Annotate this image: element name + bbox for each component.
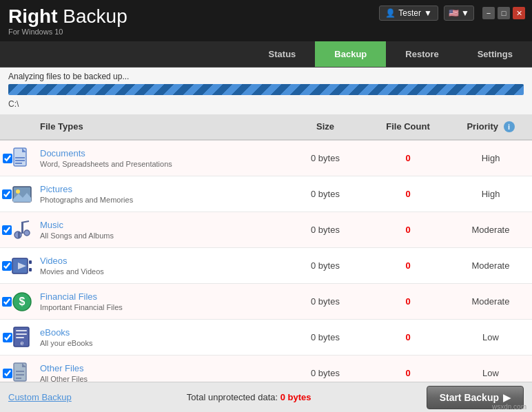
music-desc: All Songs and Albums <box>40 231 278 240</box>
ebooks-checkbox[interactable] <box>3 333 12 342</box>
other-priority: Low <box>449 365 532 381</box>
svg-rect-15 <box>29 268 32 271</box>
app-subtitle: For Windows 10 <box>8 28 127 36</box>
status-bar: Analyzing files to be backed up... C:\ <box>0 68 532 114</box>
checkbox-area <box>2 225 12 235</box>
documents-desc: Word, Spreadsheets and Presentations <box>40 160 278 168</box>
documents-priority: High <box>449 150 532 166</box>
svg-rect-3 <box>15 163 22 164</box>
svg-rect-21 <box>16 337 24 338</box>
table-row: Videos Movies and Videos 0 bytes 0 Moder… <box>0 248 532 284</box>
pictures-desc: Photographs and Memories <box>40 196 278 204</box>
financial-size: 0 bytes <box>284 293 367 309</box>
videos-priority: Moderate <box>449 258 532 274</box>
user-badge[interactable]: 👤 Tester ▼ <box>379 6 438 21</box>
checkbox-area <box>2 297 12 307</box>
window-controls: − □ ✕ <box>482 7 525 19</box>
financial-icon: $ <box>12 291 32 313</box>
music-checkbox[interactable] <box>2 225 12 235</box>
maximize-button[interactable]: □ <box>498 7 510 19</box>
ebooks-count: 0 <box>367 329 449 345</box>
analyzing-text: Analyzing files to be backed up... <box>8 72 524 81</box>
main-content: Analyzing files to be backed up... C:\ F… <box>0 68 532 412</box>
svg-rect-9 <box>21 223 23 234</box>
other-link[interactable]: Other Files <box>40 363 84 373</box>
svg-point-8 <box>24 230 30 236</box>
total-label: Total unprotected data: 0 bytes <box>187 392 311 402</box>
app-logo: Right Backup For Windows 10 <box>8 6 127 36</box>
financial-link[interactable]: Financial Files <box>40 291 97 302</box>
other-desc: All Other Files <box>40 375 278 382</box>
bottom-bar: Custom Backup Total unprotected data: 0 … <box>0 382 532 412</box>
documents-link[interactable]: Documents <box>40 148 85 158</box>
documents-info: Documents Word, Spreadsheets and Present… <box>34 144 284 172</box>
ebooks-priority: Low <box>449 329 532 345</box>
svg-rect-26 <box>16 378 21 379</box>
other-size: 0 bytes <box>284 365 367 381</box>
table-row: Music All Songs and Albums 0 bytes 0 Mod… <box>0 212 532 248</box>
path-label: C:\ <box>8 98 524 112</box>
financial-desc: Important Financial Files <box>40 303 278 311</box>
minimize-button[interactable]: − <box>482 7 495 19</box>
videos-icon <box>12 255 32 277</box>
ebooks-size: 0 bytes <box>284 329 367 345</box>
svg-rect-20 <box>16 333 27 335</box>
svg-rect-25 <box>16 374 24 375</box>
custom-backup-link[interactable]: Custom Backup <box>8 392 72 402</box>
title-bar-controls: 👤 Tester ▼ 🇺🇸 ▼ − □ ✕ <box>379 6 525 21</box>
documents-size: 0 bytes <box>284 150 367 166</box>
table-row: Other Files All Other Files 0 bytes 0 Lo… <box>0 356 532 382</box>
table-row: Documents Word, Spreadsheets and Present… <box>0 141 532 176</box>
checkbox-area <box>3 154 12 163</box>
close-button[interactable]: ✕ <box>513 7 525 19</box>
other-count: 0 <box>367 365 449 381</box>
row-icon-area <box>0 216 34 244</box>
svg-text:e: e <box>20 340 23 347</box>
music-size: 0 bytes <box>284 222 367 238</box>
financial-checkbox[interactable] <box>2 297 12 307</box>
row-icon-area <box>0 252 34 280</box>
svg-point-6 <box>16 189 20 194</box>
financial-count: 0 <box>367 293 449 309</box>
checkbox-area <box>2 189 12 199</box>
language-flag[interactable]: 🇺🇸 ▼ <box>444 6 474 21</box>
videos-info: Videos Movies and Videos <box>34 251 284 280</box>
videos-link[interactable]: Videos <box>40 256 68 266</box>
pictures-info: Pictures Photographs and Memories <box>34 180 284 208</box>
watermark: wsxdn.com <box>492 403 526 411</box>
other-checkbox[interactable] <box>3 369 12 378</box>
tab-backup[interactable]: Backup <box>315 41 386 67</box>
tab-restore[interactable]: Restore <box>386 41 458 67</box>
ebooks-info: eBooks All your eBooks <box>34 323 284 351</box>
title-bar: Right Backup For Windows 10 👤 Tester ▼ 🇺… <box>0 0 532 41</box>
videos-desc: Movies and Videos <box>40 267 278 276</box>
row-icon-area: $ <box>0 288 34 316</box>
row-icon-area <box>0 360 34 382</box>
svg-rect-19 <box>16 330 27 331</box>
nav-tabs: Status Backup Restore Settings <box>0 41 532 68</box>
documents-count: 0 <box>367 150 449 166</box>
pictures-checkbox[interactable] <box>2 189 12 199</box>
priority-info-icon[interactable]: i <box>504 121 515 132</box>
music-info: Music All Songs and Albums <box>34 216 284 244</box>
videos-checkbox[interactable] <box>2 261 12 271</box>
checkbox-area <box>3 333 12 342</box>
header-priority: Priority i <box>449 119 532 135</box>
pictures-size: 0 bytes <box>284 186 367 202</box>
svg-rect-14 <box>29 260 32 264</box>
row-icon-area: e <box>0 324 34 351</box>
music-link[interactable]: Music <box>40 220 63 230</box>
ebooks-link[interactable]: eBooks <box>40 327 70 338</box>
tab-status[interactable]: Status <box>249 41 316 67</box>
svg-line-11 <box>21 221 29 223</box>
documents-checkbox[interactable] <box>3 154 12 163</box>
header-file-types: File Types <box>34 119 284 135</box>
table-row: Pictures Photographs and Memories 0 byte… <box>0 176 532 212</box>
total-value: 0 bytes <box>280 392 311 402</box>
table-header: File Types Size File Count Priority i <box>0 114 532 141</box>
start-backup-label: Start Backup <box>440 392 499 403</box>
progress-bar <box>8 84 524 95</box>
videos-size: 0 bytes <box>284 258 367 274</box>
pictures-link[interactable]: Pictures <box>40 184 72 194</box>
tab-settings[interactable]: Settings <box>458 41 532 67</box>
